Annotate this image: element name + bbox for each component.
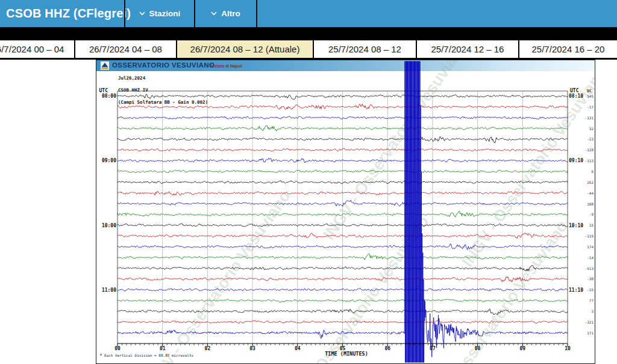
watermark-text: INGV - Osservatorio Vesuviano bbox=[419, 217, 571, 363]
dc-value: 3 bbox=[591, 309, 594, 313]
seismogram-trace-11:20 bbox=[117, 309, 568, 314]
seismogram-trace-08:50 bbox=[117, 148, 568, 151]
x-tick-label: 04 bbox=[295, 346, 301, 351]
hour-label-left: 11:00 bbox=[102, 287, 116, 293]
hour-label-left: 08:00 bbox=[102, 93, 116, 99]
hour-label-right: 10:10 bbox=[569, 223, 583, 228]
utc-right-header: UTC bbox=[570, 88, 579, 93]
footer-marker bbox=[100, 354, 102, 356]
dc-value: -38 bbox=[587, 277, 594, 281]
seismogram-trace-10:30 bbox=[117, 254, 568, 260]
info-site-gain: (Campi Solfatara BB - Gain 0.002) bbox=[118, 99, 208, 105]
dc-header: DC bbox=[587, 89, 592, 93]
dc-value: -321 bbox=[585, 320, 594, 324]
hour-label-right: 11:10 bbox=[569, 287, 583, 293]
tab-26-7-00-04[interactable]: 26/7/2024 00 – 04 bbox=[0, 40, 74, 58]
x-tick-label: 09 bbox=[519, 346, 525, 351]
page: CSOB HHZ (CFlegrei) Stazioni Altro 26/7/… bbox=[0, 0, 617, 364]
seismogram-plot: INGV - Osservatorio VesuvianoINGV - Osse… bbox=[96, 60, 595, 363]
seismogram-trace-10:50 bbox=[117, 277, 568, 282]
x-tick-label: 01 bbox=[160, 346, 166, 351]
hour-label-left: 10:00 bbox=[102, 223, 116, 228]
x-axis-title: TIME (MINUTES) bbox=[325, 351, 368, 357]
tab-25-7-08-12[interactable]: 25/7/2024 08 – 12 bbox=[313, 40, 416, 58]
station-title: CSOB HHZ (CFlegrei) bbox=[6, 0, 131, 27]
seismogram-trace-09:40 bbox=[117, 200, 568, 206]
chevron-down-icon bbox=[211, 11, 217, 16]
seismogram-trace-09:10 bbox=[117, 170, 568, 173]
dc-value: -119 bbox=[585, 234, 594, 238]
dc-value: -44 bbox=[587, 191, 594, 195]
ingv-logo-icon bbox=[101, 61, 109, 70]
menu-altro-label: Altro bbox=[221, 9, 240, 18]
watermark-text: INGV - Osservatorio Vesuviano bbox=[458, 63, 595, 270]
seismogram-trace-10:20 bbox=[117, 244, 568, 250]
seismogram-trace-09:20 bbox=[117, 181, 568, 184]
app-bar: CSOB HHZ (CFlegrei) Stazioni Altro bbox=[0, 0, 617, 27]
seismogram-trace-08:40 bbox=[117, 137, 568, 143]
header-divider bbox=[0, 27, 617, 40]
watermark-text: INGV - Osservatorio Vesuviano bbox=[280, 212, 433, 363]
info-channel: CSOB HHZ IV bbox=[118, 87, 148, 93]
menu-altro[interactable]: Altro bbox=[195, 0, 256, 27]
dc-value: -14 bbox=[587, 256, 594, 260]
dc-value: -15 bbox=[587, 287, 594, 292]
tab-25-7-12-16[interactable]: 25/7/2024 12 – 16 bbox=[416, 40, 518, 58]
dc-value: 145 bbox=[587, 94, 594, 98]
seismogram-trace-08:20 bbox=[117, 116, 568, 119]
x-tick-label: 00 bbox=[114, 346, 121, 351]
seismogram-trace-11:30 bbox=[117, 321, 568, 324]
menu-stazioni[interactable]: Stazioni bbox=[125, 0, 194, 27]
dc-value: 171 bbox=[587, 331, 594, 335]
menu-stazioni-label: Stazioni bbox=[149, 9, 181, 18]
dc-value: 262 bbox=[587, 180, 594, 184]
dc-value: 174 bbox=[587, 245, 594, 249]
observatory-title: OSSERVATORIO VESUVIANO bbox=[112, 61, 215, 69]
dc-value: 108 bbox=[587, 202, 594, 206]
observatory-header-bar: OSSERVATORIO VESUVIANO Sezione di Napoli bbox=[96, 60, 595, 71]
dc-value: -23 bbox=[587, 137, 594, 141]
x-tick-label: 07 bbox=[430, 346, 436, 351]
x-tick-label: 05 bbox=[340, 346, 346, 351]
tab-26-7-08-12-attuale[interactable]: 26/7/2024 08 – 12 (Attuale) bbox=[176, 40, 313, 58]
x-tick-label: 02 bbox=[205, 346, 211, 351]
x-tick-label: 08 bbox=[475, 346, 481, 351]
dc-value: -131 bbox=[585, 116, 594, 120]
dc-value: -17 bbox=[587, 105, 594, 109]
tab-26-7-04-08[interactable]: 26/7/2024 04 – 08 bbox=[74, 40, 176, 58]
seismogram-image: OSSERVATORIO VESUVIANO Sezione di Napoli… bbox=[96, 60, 595, 364]
hour-label-left: 09:00 bbox=[102, 158, 116, 163]
dc-value: 6 bbox=[591, 169, 594, 174]
seismogram-trace-11:10 bbox=[117, 299, 568, 302]
x-tick-label: 03 bbox=[249, 346, 255, 351]
seismogram-trace-09:50 bbox=[117, 211, 568, 217]
scale-footnote: Each Vertical Division = 88.87 microvolt… bbox=[104, 353, 193, 357]
dc-value: -9 bbox=[589, 212, 594, 216]
seismogram-trace-10:40 bbox=[117, 265, 568, 271]
recording-info: Jul26,2024 CSOB HHZ IV (Campi Solfatara … bbox=[118, 75, 208, 105]
seismogram-trace-09:30 bbox=[117, 192, 568, 196]
watermark-text: INGV - Osservatorio Vesuviano bbox=[142, 187, 294, 363]
x-tick-label: 10 bbox=[565, 346, 571, 351]
utc-left-header: UTC bbox=[99, 88, 108, 93]
hour-label-right: 09:10 bbox=[569, 158, 583, 163]
time-range-tabbar: 26/7/2024 00 – 04 26/7/2024 04 – 08 26/7… bbox=[0, 40, 617, 60]
seismogram-trace-08:30 bbox=[117, 125, 568, 131]
seismogram-trace-11:40 bbox=[117, 61, 568, 363]
observatory-subtitle: Sezione di Napoli bbox=[210, 64, 242, 68]
watermark-text: INGV - Osservatorio Vesuviano bbox=[319, 60, 472, 243]
seismogram-trace-10:10 bbox=[117, 233, 568, 239]
menu-separator bbox=[256, 0, 257, 27]
info-date: Jul26,2024 bbox=[118, 75, 145, 81]
seismogram-trace-09:00 bbox=[117, 158, 568, 163]
x-tick-label: 06 bbox=[384, 346, 390, 351]
hour-label-right: 08:10 bbox=[569, 93, 583, 99]
seismogram-trace-10:00 bbox=[117, 224, 568, 227]
dc-value: 32 bbox=[589, 127, 594, 131]
dc-value: -113 bbox=[585, 158, 594, 163]
seismogram-trace-11:00 bbox=[117, 288, 568, 291]
dc-value: 77 bbox=[589, 298, 594, 303]
chevron-down-icon bbox=[139, 11, 145, 16]
tab-25-7-16-20[interactable]: 25/7/2024 16 – 20 bbox=[518, 40, 617, 58]
dc-value: -513 bbox=[585, 266, 594, 271]
